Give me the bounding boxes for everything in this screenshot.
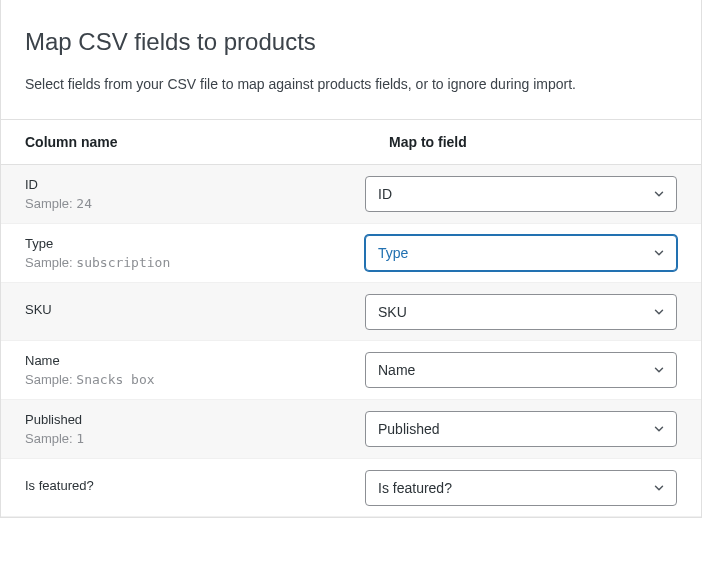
page-title: Map CSV fields to products [25,28,677,56]
map-to-field-header: Map to field [365,120,701,164]
column-name-cell: NameSample: Snacks box [1,341,365,399]
map-field-cell: Type [365,225,701,281]
mapping-table: Column name Map to field IDSample: 24IDT… [1,119,701,517]
sample-text: Sample: Snacks box [25,372,341,387]
column-name-header: Column name [1,120,365,164]
map-field-select[interactable]: Published [365,411,677,447]
table-row: NameSample: Snacks boxName [1,341,701,400]
sample-prefix: Sample: [25,372,73,387]
map-field-select[interactable]: Is featured? [365,470,677,506]
chevron-down-icon [652,187,666,201]
chevron-down-icon [652,363,666,377]
select-value: Name [378,362,415,378]
panel-header: Map CSV fields to products Select fields… [1,0,701,119]
sample-text: Sample: 1 [25,431,341,446]
map-field-cell: Published [365,401,701,457]
map-field-select[interactable]: Name [365,352,677,388]
select-value: SKU [378,304,407,320]
chevron-down-icon [652,305,666,319]
map-field-cell: Name [365,342,701,398]
map-field-cell: SKU [365,284,701,340]
table-row: PublishedSample: 1Published [1,400,701,459]
column-name-label: Name [25,353,341,368]
table-row: Is featured?Is featured? [1,459,701,517]
sample-value: 24 [76,196,92,211]
column-name-cell: Is featured? [1,466,365,509]
select-value: Type [378,245,408,261]
sample-value: 1 [76,431,84,446]
map-field-cell: ID [365,166,701,222]
table-header: Column name Map to field [1,119,701,165]
column-name-label: Is featured? [25,478,341,493]
chevron-down-icon [652,422,666,436]
column-name-label: ID [25,177,341,192]
column-name-cell: TypeSample: subscription [1,224,365,282]
table-body: IDSample: 24IDTypeSample: subscriptionTy… [1,165,701,517]
sample-value: Snacks box [76,372,154,387]
select-value: Is featured? [378,480,452,496]
column-name-label: Type [25,236,341,251]
select-value: ID [378,186,392,202]
select-value: Published [378,421,440,437]
chevron-down-icon [652,246,666,260]
map-field-select[interactable]: ID [365,176,677,212]
chevron-down-icon [652,481,666,495]
map-field-cell: Is featured? [365,460,701,516]
sample-prefix: Sample: [25,196,73,211]
column-name-cell: IDSample: 24 [1,165,365,223]
sample-value: subscription [76,255,170,270]
map-field-select[interactable]: SKU [365,294,677,330]
column-name-label: Published [25,412,341,427]
table-row: IDSample: 24ID [1,165,701,224]
sample-text: Sample: subscription [25,255,341,270]
map-field-select[interactable]: Type [365,235,677,271]
sample-prefix: Sample: [25,431,73,446]
page-subtitle: Select fields from your CSV file to map … [25,74,677,95]
sample-prefix: Sample: [25,255,73,270]
table-row: SKUSKU [1,283,701,341]
column-name-cell: SKU [1,290,365,333]
column-name-label: SKU [25,302,341,317]
sample-text: Sample: 24 [25,196,341,211]
column-name-cell: PublishedSample: 1 [1,400,365,458]
csv-mapping-panel: Map CSV fields to products Select fields… [0,0,702,518]
table-row: TypeSample: subscriptionType [1,224,701,283]
